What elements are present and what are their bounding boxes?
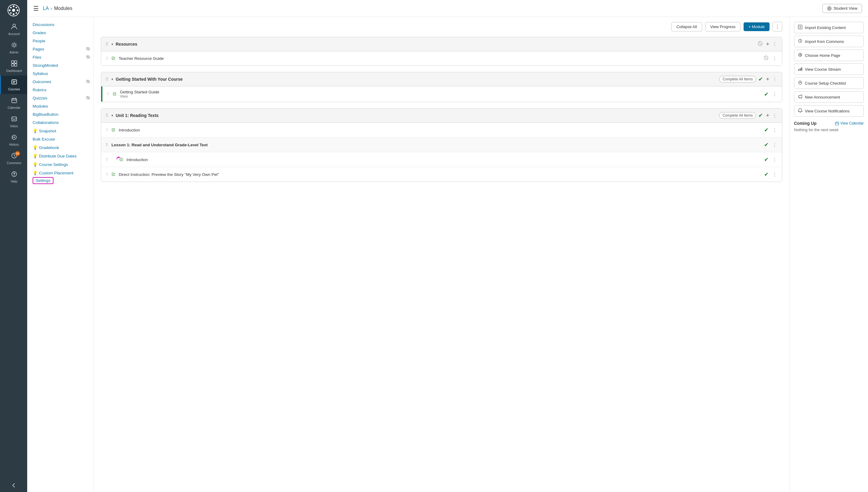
- item-check-intro2-u1[interactable]: ✔: [763, 156, 769, 164]
- view-progress-button[interactable]: View Progress: [705, 22, 741, 31]
- nav-link-rubrics[interactable]: Rubrics: [33, 86, 50, 94]
- outcomes-visibility-icon[interactable]: [86, 79, 90, 84]
- view-course-stream-button[interactable]: View Course Stream: [794, 64, 864, 75]
- module-toggle-resources[interactable]: ▾: [111, 42, 113, 46]
- sidebar-item-commons[interactable]: 10 Commons: [0, 149, 27, 168]
- sidebar-item-courses[interactable]: Courses: [0, 76, 27, 94]
- nav-link-discussions[interactable]: Discussions: [33, 21, 57, 29]
- sidebar-item-dashboard[interactable]: Dashboard: [0, 57, 27, 76]
- item-more-intro-u1[interactable]: ⋮: [772, 127, 778, 133]
- item-check-gsg[interactable]: ✔: [763, 90, 769, 98]
- nav-item-syllabus[interactable]: Syllabus: [33, 70, 93, 78]
- add-module-button[interactable]: + Module: [743, 22, 769, 31]
- module-drag-handle-gs[interactable]: ⠿: [105, 77, 108, 81]
- nav-link-grades[interactable]: Grades: [33, 29, 49, 37]
- item-more-intro2-u1[interactable]: ⋮: [772, 156, 778, 163]
- nav-item-collaborations[interactable]: Collaborations: [33, 119, 93, 127]
- more-options-button[interactable]: ⋮: [772, 22, 782, 31]
- module-drag-handle[interactable]: ⠿: [105, 42, 108, 47]
- item-more-icon-teacher[interactable]: ⋮: [772, 55, 778, 62]
- nav-item-distribute-due-dates[interactable]: 💡Distribute Due Dates: [33, 152, 93, 160]
- sidebar-item-history[interactable]: History: [0, 131, 27, 149]
- nav-link-people[interactable]: People: [33, 37, 48, 45]
- nav-link-pages[interactable]: Pages: [33, 45, 47, 53]
- nav-link-syllabus[interactable]: Syllabus: [33, 70, 51, 78]
- item-more-gsg[interactable]: ⋮: [772, 91, 778, 98]
- item-drag-handle-intro[interactable]: ⠿: [105, 128, 108, 132]
- item-drag-handle-di[interactable]: ⠿: [105, 172, 108, 177]
- item-more-di[interactable]: ⋮: [772, 171, 778, 178]
- sidebar-item-calendar[interactable]: Calendar: [0, 94, 27, 113]
- nav-item-modules[interactable]: Modules: [33, 102, 93, 110]
- view-course-notifications-button[interactable]: View Course Notifications: [794, 105, 864, 117]
- module-drag-handle-u1[interactable]: ⠿: [105, 113, 108, 118]
- nav-link-quizzes[interactable]: Quizzes: [33, 94, 50, 102]
- nav-link-files[interactable]: Files: [33, 53, 45, 62]
- module-resources-more-btn[interactable]: ⋮: [772, 41, 778, 48]
- files-visibility-icon[interactable]: [86, 55, 90, 60]
- lesson1-more[interactable]: ⋮: [772, 142, 778, 148]
- nav-link-outcomes[interactable]: Outcomes: [33, 78, 54, 86]
- module-resources-add-btn[interactable]: +: [765, 41, 770, 48]
- nav-item-rubrics[interactable]: Rubrics: [33, 86, 93, 94]
- module-resources-block-icon[interactable]: [757, 40, 763, 48]
- lesson-drag-handle[interactable]: ⠿: [105, 143, 108, 147]
- nav-link-bigbluebutton[interactable]: BigBlueButton: [33, 110, 61, 119]
- module-u1-more-btn[interactable]: ⋮: [772, 112, 778, 119]
- nav-link-gradebook[interactable]: 💡Gradebook: [33, 143, 62, 152]
- module-u1-check[interactable]: ✔: [758, 112, 763, 119]
- lesson1-check[interactable]: ✔: [763, 141, 769, 149]
- nav-link-bulk-excuse[interactable]: Bulk Excuse: [33, 135, 58, 143]
- module-toggle-u1[interactable]: ▾: [111, 114, 113, 118]
- nav-link-snapshot[interactable]: 💡Snapshot: [33, 127, 59, 135]
- nav-item-snapshot[interactable]: 💡Snapshot: [33, 127, 93, 135]
- nav-link-course-settings[interactable]: 💡Course Settings: [33, 160, 71, 169]
- module-gs-add-btn[interactable]: +: [765, 76, 770, 83]
- nav-item-course-settings[interactable]: 💡Course Settings: [33, 160, 93, 169]
- sidebar-item-admin[interactable]: Admin: [0, 39, 27, 57]
- item-check-intro-u1[interactable]: ✔: [763, 126, 769, 134]
- module-toggle-gs[interactable]: ▾: [111, 77, 113, 81]
- nav-item-bulk-excuse[interactable]: Bulk Excuse: [33, 135, 93, 143]
- nav-item-people[interactable]: People: [33, 37, 93, 45]
- nav-link-distribute-due-dates[interactable]: 💡Distribute Due Dates: [33, 152, 80, 160]
- nav-item-strongminded[interactable]: StrongMinded: [33, 62, 93, 70]
- import-from-commons-button[interactable]: Import from Commons: [794, 36, 864, 47]
- nav-link-strongminded[interactable]: StrongMinded: [33, 62, 61, 70]
- item-block-icon-teacher[interactable]: [763, 55, 769, 62]
- quizzes-visibility-icon[interactable]: [86, 96, 90, 101]
- sidebar-item-help[interactable]: Help: [0, 168, 27, 186]
- item-drag-handle-gsg[interactable]: ⠿: [107, 92, 110, 96]
- nav-item-grades[interactable]: Grades: [33, 29, 93, 37]
- sidebar-item-inbox[interactable]: Inbox: [0, 113, 27, 131]
- view-calendar-link[interactable]: View Calendar: [835, 121, 864, 125]
- module-gs-check[interactable]: ✔: [758, 75, 763, 83]
- sidebar-item-account[interactable]: Account: [0, 20, 27, 39]
- nav-item-bigbluebutton[interactable]: BigBlueButton: [33, 110, 93, 119]
- nav-link-collaborations[interactable]: Collaborations: [33, 119, 61, 127]
- breadcrumb-parent[interactable]: LA: [43, 6, 49, 11]
- nav-link-settings[interactable]: Settings: [33, 177, 53, 184]
- nav-item-gradebook[interactable]: 💡Gradebook: [33, 143, 93, 152]
- item-drag-handle-intro2[interactable]: ⠿: [105, 157, 108, 162]
- collapse-all-button[interactable]: Collapse All: [672, 22, 702, 31]
- pages-visibility-icon[interactable]: [86, 47, 90, 52]
- nav-item-pages[interactable]: Pages: [33, 45, 93, 53]
- module-u1-add-btn[interactable]: +: [765, 112, 770, 119]
- item-check-di[interactable]: ✔: [763, 170, 769, 178]
- course-setup-checklist-button[interactable]: Course Setup Checklist: [794, 77, 864, 89]
- hamburger-menu-icon[interactable]: ☰: [33, 5, 39, 12]
- import-existing-content-button[interactable]: Import Existing Content: [794, 22, 864, 33]
- item-drag-handle[interactable]: ⠿: [105, 56, 108, 61]
- nav-item-outcomes[interactable]: Outcomes: [33, 78, 93, 86]
- nav-link-custom-placement[interactable]: 💡Custom Placement: [33, 169, 76, 177]
- new-announcement-button[interactable]: New Announcement: [794, 91, 864, 103]
- nav-item-discussions[interactable]: Discussions: [33, 21, 93, 29]
- nav-item-custom-placement[interactable]: 💡Custom Placement: [33, 169, 93, 177]
- nav-item-quizzes[interactable]: Quizzes: [33, 94, 93, 102]
- nav-item-settings[interactable]: Settings: [33, 177, 93, 184]
- sidebar-collapse-btn[interactable]: [0, 479, 27, 492]
- nav-item-files[interactable]: Files: [33, 53, 93, 62]
- student-view-button[interactable]: Student View: [822, 4, 862, 13]
- module-gs-more-btn[interactable]: ⋮: [772, 76, 778, 83]
